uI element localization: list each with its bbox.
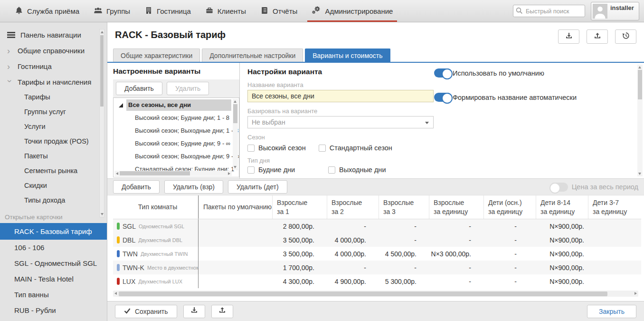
sidebar-item-market-segments[interactable]: Сегменты рынка	[0, 164, 107, 178]
price-cell[interactable]: -	[379, 236, 429, 244]
scroll-right-arrow[interactable]	[228, 172, 230, 175]
sidebar-item-services[interactable]: Услуги	[0, 119, 107, 134]
import-button[interactable]	[587, 29, 608, 44]
price-row-lux[interactable]: LUXДвухместный LUX 4 300,00р. 4 900,00р.…	[113, 274, 641, 288]
price-cell[interactable]: N×900,00р.	[536, 250, 588, 258]
price-row-sgl[interactable]: SGLОдноместный SGL 2 800,00р. - - - - N×…	[113, 219, 641, 233]
sidebar-nav-panel-toggle[interactable]: Панель навигации	[0, 27, 107, 43]
price-cell[interactable]: -	[327, 264, 379, 272]
menu-item-front-desk[interactable]: Служба приёма	[8, 0, 86, 22]
column-header-adults-1[interactable]: Взрослыеза 1	[272, 195, 327, 219]
column-header-children-8-14[interactable]: Дети 8-14за единицу	[536, 195, 588, 219]
price-cell[interactable]: N×3 000,00р.	[429, 250, 483, 258]
price-cell[interactable]: 3 500,00р.	[272, 236, 327, 244]
scroll-right-arrow[interactable]	[635, 292, 637, 295]
tree-root-variant[interactable]: Все сезоны, все дни	[114, 99, 239, 111]
scroll-down-arrow[interactable]	[638, 173, 641, 175]
column-header-adults-3[interactable]: Взрослыеза 3	[379, 195, 429, 219]
price-cell[interactable]: 4 900,00р.	[327, 278, 379, 285]
sidebar-item-pos[interactable]: Точки продаж (POS)	[0, 134, 107, 149]
scrollbar-thumb[interactable]	[119, 292, 607, 296]
tree-variant-item[interactable]: Высокий сезон; Будние дни; 1 - 8	[114, 111, 239, 124]
price-row-dbl[interactable]: DBLДвухместный DBL 3 500,00р. 4 000,00р.…	[113, 233, 641, 247]
open-card-106[interactable]: 106 - 106	[0, 240, 107, 255]
scrollbar-thumb[interactable]	[638, 70, 642, 99]
price-cell[interactable]: 2 800,00р.	[272, 223, 327, 230]
price-cell[interactable]: 3 500,00р.	[272, 250, 327, 258]
footer-export-button[interactable]	[183, 305, 205, 318]
user-menu[interactable]: installer	[591, 2, 639, 20]
use-default-toggle[interactable]	[434, 68, 452, 78]
price-cell[interactable]: -	[483, 236, 536, 244]
settings-vertical-scrollbar[interactable]	[637, 65, 643, 176]
add-price-row-button[interactable]: Добавить	[113, 180, 160, 194]
price-cell[interactable]: -	[379, 264, 429, 272]
tab-general[interactable]: Общие характеристики	[113, 49, 200, 62]
price-cell[interactable]: N×900,00р.	[536, 278, 588, 285]
delete-adult-price-button[interactable]: Удалить (взр)	[164, 180, 223, 194]
price-cell[interactable]: N×900,00р.	[536, 236, 588, 244]
close-button[interactable]: Закрыть	[587, 305, 636, 318]
season-high-checkbox[interactable]: Высокий сезон	[247, 144, 306, 152]
scroll-left-arrow[interactable]	[114, 292, 117, 295]
scrollbar-thumb[interactable]	[100, 35, 104, 107]
price-cell[interactable]: -	[429, 223, 483, 230]
tree-variant-item[interactable]: Высокий сезон; Будние дни; 9 - ∞	[114, 137, 239, 150]
sidebar-item-income-types[interactable]: Типы дохода	[0, 193, 107, 208]
tree-expander-icon[interactable]	[119, 103, 123, 107]
price-cell[interactable]: 4 300,00р.	[272, 278, 327, 285]
tab-additional-settings[interactable]: Дополнительные настройки	[202, 49, 303, 62]
column-header-children-3-7[interactable]: Дети 3-7за единицу	[588, 195, 641, 219]
price-cell[interactable]: -	[483, 264, 536, 272]
delete-child-price-button[interactable]: Удалить (дет)	[228, 180, 287, 194]
price-cell[interactable]: -	[429, 264, 483, 272]
scrollbar-thumb[interactable]	[233, 104, 237, 123]
open-card-rub[interactable]: RUB - Рубли	[0, 302, 107, 318]
price-cell[interactable]: -	[429, 236, 483, 244]
price-row-twn-k[interactable]: TWN-KМесто в двухместном TWIN 1 700,00р.…	[113, 261, 641, 274]
price-cell[interactable]: 4 500,00р.	[379, 250, 429, 258]
variant-name-input[interactable]	[247, 90, 434, 102]
base-variant-select[interactable]: Не выбран	[247, 116, 434, 128]
menu-item-clients[interactable]: Клиенты	[198, 0, 253, 22]
tree-horizontal-scrollbar[interactable]	[114, 171, 232, 176]
daytype-weekday-checkbox[interactable]: Будние дни	[247, 166, 315, 174]
price-cell[interactable]: 1 700,00р.	[272, 264, 327, 272]
column-header-adults-2[interactable]: Взрослыеза 2	[327, 195, 379, 219]
scrollbar-thumb[interactable]	[120, 171, 190, 175]
scroll-down-arrow[interactable]	[101, 213, 104, 215]
price-cell[interactable]: -	[379, 223, 429, 230]
menu-item-reports[interactable]: Отчёты	[253, 0, 304, 22]
scroll-up-arrow[interactable]	[234, 100, 237, 103]
sidebar-item-packages[interactable]: Пакеты	[0, 149, 107, 164]
menu-item-administration[interactable]: Администрирование	[304, 0, 400, 22]
sidebar-group-hotel[interactable]: › Гостиница	[0, 58, 107, 74]
autoname-toggle[interactable]	[434, 93, 452, 102]
sidebar-scrollbar[interactable]	[99, 29, 104, 217]
sidebar-item-service-groups[interactable]: Группы услуг	[0, 105, 107, 119]
open-card-rack[interactable]: RACK - Базовый тариф	[0, 223, 107, 240]
scroll-up-arrow[interactable]	[638, 66, 641, 68]
column-header-room-type[interactable]: Тип комнаты	[113, 195, 199, 219]
price-cell[interactable]: -	[483, 223, 536, 230]
price-cell[interactable]: N×900,00р.	[536, 223, 588, 230]
price-cell[interactable]: 4 000,00р.	[327, 236, 379, 244]
price-cell[interactable]: -	[483, 278, 536, 285]
price-cell[interactable]: 5 300,00р.	[379, 278, 429, 285]
tree-variant-item[interactable]: Высокий сезон; Выходные дни; 9 - ∞	[114, 150, 239, 163]
history-button[interactable]	[615, 29, 636, 44]
season-standard-checkbox[interactable]: Стандартный сезон	[319, 144, 392, 152]
price-row-twn[interactable]: TWNДвухместный TWIN 3 500,00р. 4 000,00р…	[113, 247, 641, 261]
delete-variant-button[interactable]: Удалить	[167, 82, 209, 95]
scroll-left-arrow[interactable]	[116, 172, 118, 175]
menu-item-groups[interactable]: Группы	[86, 0, 137, 22]
scroll-up-arrow[interactable]	[101, 31, 104, 33]
quick-search-input[interactable]	[513, 5, 585, 17]
sidebar-group-general-directories[interactable]: › Общие справочники	[0, 43, 107, 58]
menu-item-hotel[interactable]: Гостиница	[137, 0, 198, 22]
price-cell[interactable]: -	[429, 278, 483, 285]
price-cell[interactable]: -	[483, 250, 536, 258]
sidebar-group-tariffs[interactable]: › Тарифы и начисления	[0, 74, 107, 90]
open-card-bath-type[interactable]: Тип ванны	[0, 287, 107, 302]
column-header-adults-per-unit[interactable]: Взрослыеза единицу	[429, 195, 483, 219]
